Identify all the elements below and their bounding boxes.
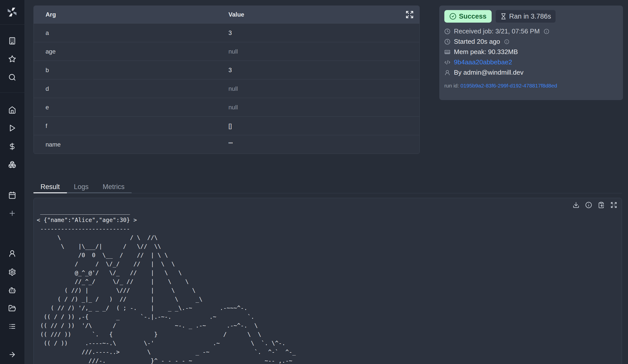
expand-result-icon[interactable] [610,202,617,208]
arg-name: d [34,85,228,92]
arg-name: b [34,67,228,74]
user-icon[interactable] [8,250,16,257]
arg-value: "" [228,141,419,148]
result-tabs: ResultLogsMetrics [33,181,132,193]
duration-label: Ran in 3.786s [509,13,551,20]
started-text: Started 20s ago [454,38,500,46]
args-table-header: Arg Value [34,6,419,23]
arg-value: 3 [228,67,419,74]
expand-args-icon[interactable] [405,10,414,19]
script-hash-row: 9b4aaa20abbebae2 [444,57,618,67]
download-icon[interactable] [573,202,579,208]
sidebar-divider [0,24,24,25]
args-table: Arg Value a3agenullb3dnullenullf[]name"" [33,6,420,154]
hourglass-icon [500,13,507,20]
args-table-body: a3agenullb3dnullenullf[]name"" [34,23,419,154]
arrow-right-icon[interactable] [8,351,16,358]
home-icon[interactable] [8,106,16,114]
arg-name: age [34,48,228,55]
info-icon[interactable] [585,202,592,208]
boxes-icon[interactable] [8,161,16,168]
building-icon[interactable] [8,37,16,45]
script-hash-link[interactable]: 9b4aaa20abbebae2 [454,58,512,66]
mem-peak-row: Mem peak: 90.332MB [444,47,618,57]
result-toolbar [573,202,617,208]
user-icon [444,70,450,76]
arg-name: a [34,29,228,36]
arg-value: [] [228,122,419,129]
arg-name: name [34,141,228,148]
received-job-row: Received job: 3/21, 07:56 PM [444,26,618,36]
settings-gear-icon[interactable] [8,268,16,276]
args-table-row: name"" [34,135,419,154]
args-table-row: enull [34,98,419,116]
args-table-row: agenull [34,42,419,61]
run-id-row: run id: 0195b9a2-83f6-299f-d192-478817f8… [444,83,618,89]
folder-open-icon[interactable] [8,304,16,312]
code-icon [444,59,450,65]
started-row: Started 20s ago [444,36,618,47]
tab-metrics[interactable]: Metrics [96,181,132,193]
status-badge: Success [444,10,492,23]
ascii-art: __________________________ < {"name":"Al… [37,207,296,364]
run-id-link[interactable]: 0195b9a2-83f6-299f-d192-478817f8d8ed [460,83,557,88]
duration-chip: Ran in 3.786s [496,10,556,23]
bot-icon[interactable] [8,286,16,294]
windmill-logo-icon[interactable] [7,7,18,18]
arg-value: null [228,104,419,111]
info-icon[interactable] [544,29,549,34]
arg-value: 3 [228,29,419,36]
sidebar-divider [0,93,24,93]
arg-name: e [34,104,228,111]
search-icon[interactable] [8,73,16,81]
calendar-icon[interactable] [8,191,16,199]
plus-icon[interactable] [8,209,16,217]
check-circle-icon [449,13,456,20]
arg-name: f [34,122,228,129]
args-table-row: dnull [34,79,419,98]
arg-value: null [228,48,419,55]
play-icon[interactable] [8,124,16,132]
received-job-text: Received job: 3/21, 07:56 PM [454,27,540,35]
sidebar [0,0,24,364]
clipboard-copy-icon[interactable] [598,202,605,208]
column-header-arg: Arg [34,11,228,18]
status-badge-label: Success [459,13,487,20]
triggered-by-text: By admin@windmill.dev [454,69,523,76]
triggered-by-row: By admin@windmill.dev [444,67,618,78]
args-table-row: b3 [34,61,419,79]
args-table-row: a3 [34,23,419,42]
list-details-icon[interactable] [8,323,16,330]
column-header-value: Value [228,11,419,18]
info-icon[interactable] [504,39,509,44]
memory-stick-icon [444,49,450,55]
star-icon[interactable] [8,55,16,63]
args-table-row: f[] [34,116,419,135]
job-status-panel: Success Ran in 3.786s Received job: 3/21… [439,6,623,100]
arg-value: null [228,85,419,92]
mem-peak-text: Mem peak: 90.332MB [454,48,518,56]
clock-icon [444,39,450,45]
dollar-sign-icon[interactable] [8,143,16,150]
tab-result[interactable]: Result [33,181,67,193]
result-panel: __________________________ < {"name":"Al… [33,198,622,364]
run-id-label: run id: [444,83,460,88]
tab-logs[interactable]: Logs [67,181,96,193]
clock-icon [444,28,450,34]
